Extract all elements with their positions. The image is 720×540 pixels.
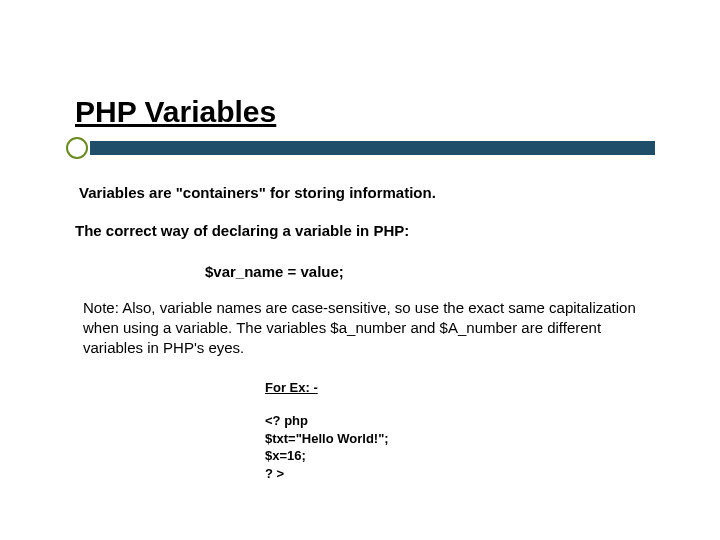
declare-intro: The correct way of declaring a variable …: [75, 221, 645, 241]
page-title: PHP Variables: [75, 95, 645, 129]
title-rule: [70, 137, 655, 159]
code-line: <? php: [265, 412, 645, 430]
code-line: $txt="Hello World!";: [265, 430, 645, 448]
code-line: ? >: [265, 465, 645, 483]
syntax-line: $var_name = value;: [205, 262, 645, 282]
intro-text: Variables are "containers" for storing i…: [79, 183, 645, 203]
slide: PHP Variables Variables are "containers"…: [0, 0, 720, 540]
slide-body: Variables are "containers" for storing i…: [75, 183, 645, 482]
rule-bullet-icon: [66, 137, 88, 159]
note-text: Note: Also, variable names are case-sens…: [83, 298, 643, 359]
example-label: For Ex: -: [265, 379, 645, 397]
rule-bar: [90, 141, 655, 155]
code-block: <? php $txt="Hello World!"; $x=16; ? >: [265, 412, 645, 482]
code-line: $x=16;: [265, 447, 645, 465]
